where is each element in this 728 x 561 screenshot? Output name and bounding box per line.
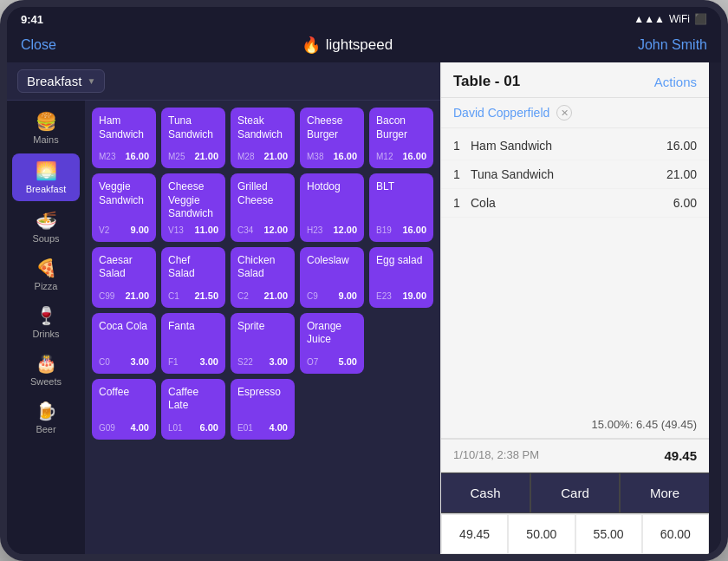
product-code-10: C99 (99, 291, 114, 301)
payment-buttons: CashCardMore (441, 472, 709, 513)
sidebar-item-soups[interactable]: 🍜 Soups (7, 203, 85, 251)
product-card-9[interactable]: BLT B19 16.00 (369, 173, 433, 242)
product-card-15[interactable]: Coca Cola C0 3.00 (92, 313, 156, 374)
product-code-4: M12 (376, 152, 393, 161)
product-price-4: 16.00 (402, 151, 426, 161)
customer-remove-button[interactable]: ✕ (556, 105, 572, 121)
quick-amounts: 49.4550.0055.0060.00 (441, 513, 709, 554)
order-item-0[interactable]: 1 Ham Sandwich 16.00 (441, 132, 709, 160)
product-price-12: 21.00 (263, 290, 288, 301)
beer-icon: 🍺 (36, 401, 57, 421)
status-time: 9:41 (21, 13, 43, 26)
quick-amount-3[interactable]: 60.00 (642, 514, 709, 554)
customer-row: David Copperfield ✕ (441, 98, 709, 128)
mains-icon: 🍔 (36, 111, 57, 132)
product-footer-5: V2 9.00 (99, 225, 149, 235)
order-item-2[interactable]: 1 Cola 6.00 (441, 189, 709, 218)
sidebar-label-mains: Mains (33, 134, 58, 145)
flame-icon: 🔥 (302, 36, 321, 55)
product-code-15: C0 (99, 357, 110, 367)
payment-btn-card[interactable]: Card (530, 473, 620, 513)
product-card-12[interactable]: Chicken Salad C2 21.00 (231, 247, 295, 308)
product-name-13: Coleslaw (307, 254, 357, 268)
product-card-5[interactable]: Veggie Sandwich V2 9.00 (92, 173, 156, 242)
quick-amount-2[interactable]: 55.00 (575, 514, 642, 554)
product-card-10[interactable]: Caesar Salad C99 21.00 (92, 247, 156, 308)
product-card-22[interactable]: Espresso E01 4.00 (231, 379, 295, 440)
product-card-17[interactable]: Sprite S22 3.00 (231, 313, 295, 374)
product-card-8[interactable]: Hotdog H23 12.00 (300, 173, 364, 242)
table-name: Table - 01 (453, 73, 520, 90)
sidebar-item-breakfast[interactable]: 🌅 Breakfast (12, 153, 80, 201)
product-price-10: 21.00 (125, 290, 149, 301)
product-footer-2: M28 21.00 (237, 151, 288, 161)
product-code-0: M23 (99, 152, 115, 161)
order-item-1[interactable]: 1 Tuna Sandwich 21.00 (441, 160, 709, 189)
quick-amount-0[interactable]: 49.45 (441, 514, 508, 554)
product-footer-3: M38 16.00 (307, 151, 357, 161)
status-bar: 9:41 ▲▲▲ WiFi ⬛ (7, 7, 721, 31)
product-card-1[interactable]: Tuna Sandwich M25 21.00 (161, 108, 225, 168)
sidebar-label-pizza: Pizza (35, 281, 58, 291)
payment-btn-more[interactable]: More (620, 473, 709, 513)
product-card-13[interactable]: Coleslaw C9 9.00 (300, 247, 364, 308)
sidebar-item-drinks[interactable]: 🍷 Drinks (7, 298, 85, 346)
product-card-3[interactable]: Cheese Burger M38 16.00 (300, 108, 364, 168)
status-icons: ▲▲▲ WiFi ⬛ (634, 13, 707, 25)
product-price-6: 11.00 (194, 225, 218, 235)
product-footer-15: C0 3.00 (99, 356, 149, 367)
sidebar-item-pizza[interactable]: 🍕 Pizza (7, 251, 85, 298)
product-card-21[interactable]: Caffee Late L01 6.00 (161, 379, 225, 440)
order-meta: 1/10/18, 2:38 PM 49.45 (441, 439, 709, 472)
product-code-9: B19 (376, 225, 392, 235)
product-name-0: Ham Sandwich (99, 114, 149, 141)
payment-btn-cash[interactable]: Cash (441, 473, 530, 513)
quick-amount-1[interactable]: 50.00 (508, 514, 575, 554)
sidebar: 🍔 Mains 🌅 Breakfast 🍜 Soups 🍕 Pizza 🍷 Dr… (7, 101, 85, 554)
product-name-3: Cheese Burger (307, 114, 357, 141)
product-name-5: Veggie Sandwich (99, 180, 149, 207)
dropdown-arrow-icon: ▼ (87, 76, 95, 86)
user-name[interactable]: John Smith (638, 37, 707, 53)
order-items: 1 Ham Sandwich 16.00 1 Tuna Sandwich 21.… (441, 128, 709, 411)
product-card-16[interactable]: Fanta F1 3.00 (161, 313, 225, 374)
order-qty-0: 1 (453, 139, 471, 153)
drinks-icon: 🍷 (36, 305, 57, 326)
category-dropdown[interactable]: Breakfast ▼ (17, 69, 105, 93)
product-price-7: 12.00 (263, 225, 288, 235)
product-code-12: C2 (237, 291, 249, 301)
customer-name[interactable]: David Copperfield (453, 106, 549, 120)
product-price-8: 12.00 (333, 225, 357, 235)
product-footer-20: G09 4.00 (99, 422, 149, 433)
pizza-icon: 🍕 (36, 258, 57, 278)
content-area: 🍔 Mains 🌅 Breakfast 🍜 Soups 🍕 Pizza 🍷 Dr… (7, 101, 440, 554)
product-card-2[interactable]: Steak Sandwich M28 21.00 (231, 108, 295, 168)
product-code-7: C34 (237, 225, 253, 235)
product-name-12: Chicken Salad (237, 254, 288, 281)
product-card-6[interactable]: Cheese Veggie Sandwich V13 11.00 (161, 173, 225, 242)
product-card-7[interactable]: Grilled Cheese C34 12.00 (231, 173, 295, 242)
order-item-name-2: Cola (471, 196, 673, 210)
left-panel: Breakfast ▼ 🍔 Mains 🌅 Breakfast 🍜 Soups … (7, 62, 440, 554)
product-price-17: 3.00 (270, 356, 288, 367)
product-footer-22: E01 4.00 (237, 422, 288, 433)
sidebar-item-beer[interactable]: 🍺 Beer (7, 394, 85, 441)
soups-icon: 🍜 (36, 210, 57, 231)
close-button[interactable]: Close (21, 37, 56, 53)
sidebar-label-sweets: Sweets (30, 376, 62, 387)
product-code-21: L01 (168, 423, 183, 433)
product-card-4[interactable]: Bacon Burger M12 16.00 (369, 108, 433, 168)
sidebar-item-sweets[interactable]: 🎂 Sweets (7, 346, 85, 394)
order-item-price-1: 21.00 (666, 167, 697, 181)
actions-button[interactable]: Actions (654, 75, 697, 89)
product-card-11[interactable]: Chef Salad C1 21.50 (161, 247, 225, 308)
product-card-18[interactable]: Orange Juice O7 5.00 (300, 313, 364, 374)
product-code-6: V13 (168, 225, 184, 235)
product-name-7: Grilled Cheese (237, 180, 288, 207)
product-card-0[interactable]: Ham Sandwich M23 16.00 (92, 108, 156, 168)
product-card-20[interactable]: Coffee G09 4.00 (92, 379, 156, 440)
product-card-14[interactable]: Egg salad E23 19.00 (369, 247, 433, 308)
product-price-21: 6.00 (200, 422, 218, 433)
product-footer-10: C99 21.00 (99, 290, 149, 301)
sidebar-item-mains[interactable]: 🍔 Mains (7, 104, 85, 152)
